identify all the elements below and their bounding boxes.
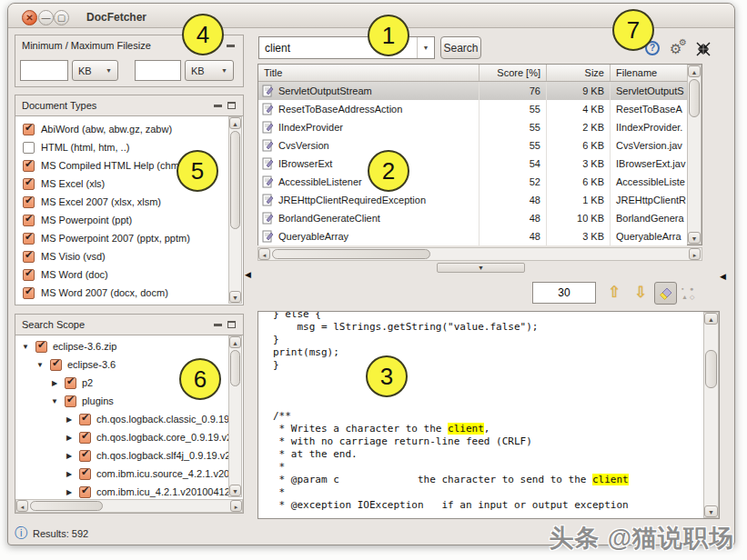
checkbox-icon[interactable] <box>65 395 76 407</box>
checkbox-icon[interactable] <box>23 160 35 172</box>
tree-expander-icon[interactable]: ▶ <box>65 434 74 442</box>
checkbox-icon[interactable] <box>65 377 76 389</box>
min-unit-dropdown[interactable]: KB ▼ <box>72 60 118 81</box>
tree-item[interactable]: ▶com.ibm.icu_4.2.1.v20100412 <box>15 483 243 499</box>
checkbox-icon[interactable] <box>79 432 91 444</box>
column-header-filename[interactable]: Filename <box>611 65 687 81</box>
combo-dropdown-button[interactable]: ▼ <box>417 37 434 58</box>
scrollbar-thumb[interactable] <box>230 350 240 386</box>
window-maximize-button[interactable]: ▢ <box>54 10 69 25</box>
next-match-arrow-icon[interactable]: ⇩ <box>630 283 651 305</box>
tree-expander-icon[interactable]: ▶ <box>65 488 74 496</box>
tree-expander-icon[interactable]: ▼ <box>50 397 59 405</box>
checkbox-icon[interactable] <box>50 359 62 371</box>
scrollbar-thumb[interactable] <box>689 79 700 117</box>
maximize-panel-icon[interactable] <box>227 102 236 109</box>
tree-item[interactable]: ▼eclipse-3.6.zip <box>15 337 243 355</box>
table-row[interactable]: ResetToBaseAddressAction 55 4 KB ResetTo… <box>258 100 687 118</box>
checkbox-icon[interactable] <box>23 178 35 190</box>
scroll-left-icon[interactable]: ◂ <box>258 248 270 260</box>
tree-expander-icon[interactable]: ▶ <box>65 470 74 478</box>
highlight-toggle-button[interactable] <box>654 282 677 305</box>
column-header-size[interactable]: Size <box>547 65 611 81</box>
scroll-up-icon[interactable]: ▲ <box>704 313 718 325</box>
preferences-gears-icon[interactable]: ⚙ ⚙ <box>670 39 688 57</box>
min-filesize-input[interactable] <box>20 60 68 81</box>
doctype-item[interactable]: MS Powerpoint 2007 (pptx, pptm) <box>15 229 243 247</box>
max-unit-dropdown[interactable]: KB ▼ <box>185 60 234 81</box>
max-filesize-input[interactable] <box>135 60 181 81</box>
scroll-down-icon[interactable]: ▼ <box>704 505 718 517</box>
scroll-up-icon[interactable]: ▲ <box>229 336 241 348</box>
checkbox-icon[interactable] <box>23 269 35 281</box>
checkbox-icon[interactable] <box>23 215 35 226</box>
window-minimize-button[interactable]: — <box>38 10 54 25</box>
window-close-button[interactable]: ✕ <box>22 10 37 25</box>
results-table-header: Title Score [%] Size Filename <box>258 65 687 82</box>
scroll-down-icon[interactable]: ▼ <box>229 291 241 303</box>
tree-item[interactable]: ▶com.ibm.icu.source_4.2.1.v20 <box>15 465 243 483</box>
scroll-down-icon[interactable]: ▼ <box>229 485 241 496</box>
table-row[interactable]: QueryableArray 48 3 KB QueryableArra <box>258 227 687 245</box>
tree-expander-icon[interactable]: ▼ <box>21 343 30 351</box>
scroll-up-icon[interactable]: ▲ <box>229 117 241 129</box>
scrollbar-thumb[interactable] <box>30 501 103 511</box>
doctype-item[interactable]: MS Visio (vsd) <box>15 247 243 265</box>
minimize-to-tray-icon[interactable] <box>696 42 711 56</box>
table-row[interactable]: AccessibleListener 52 6 KB AccessibleLis… <box>258 173 687 191</box>
tree-expander-icon[interactable]: ▶ <box>50 379 59 387</box>
scroll-right-icon[interactable]: ▸ <box>230 500 242 512</box>
preview-pane[interactable]: } else { msg = lStrings.getString("value… <box>257 311 720 519</box>
checkbox-icon[interactable] <box>79 486 91 498</box>
checkbox-icon[interactable] <box>23 233 35 245</box>
table-row[interactable]: BorlandGenerateClient 48 10 KB BorlandGe… <box>258 209 687 227</box>
checkbox-icon[interactable] <box>35 341 47 353</box>
tree-item[interactable]: ▶ch.qos.logback.classic_0.9.19 <box>15 410 243 428</box>
table-row[interactable]: JREHttpClientRequiredException 48 1 KB J… <box>258 191 687 209</box>
doctype-item[interactable]: MS Word (doc) <box>15 265 243 284</box>
scroll-left-icon[interactable]: ◂ <box>16 500 28 512</box>
html-preview-toggle-icon[interactable]: ▪●▲◇ <box>681 285 698 301</box>
scrollbar-thumb[interactable] <box>230 131 240 229</box>
collapse-icon[interactable] <box>214 105 222 107</box>
checkbox-icon[interactable] <box>23 196 35 208</box>
doctype-item[interactable]: MS Word 2007 (docx, docm) <box>15 284 243 302</box>
column-header-score[interactable]: Score [%] <box>479 65 547 81</box>
search-button[interactable]: Search <box>440 36 481 59</box>
table-row[interactable]: IBrowserExt 54 3 KB IBrowserExt.jav <box>258 155 687 173</box>
sash-collapse-right-icon[interactable]: ◀ <box>720 272 726 281</box>
tree-expander-icon[interactable]: ▼ <box>35 361 45 369</box>
checkbox-icon[interactable] <box>79 450 91 462</box>
tree-expander-icon[interactable]: ▶ <box>65 415 74 424</box>
checkbox-icon[interactable] <box>23 142 35 154</box>
tree-expander-icon[interactable]: ▶ <box>65 452 74 460</box>
preview-line: * Writes a character to the client, <box>273 423 719 435</box>
checkbox-icon[interactable] <box>23 287 35 299</box>
checkbox-icon[interactable] <box>23 251 35 263</box>
tree-item[interactable]: ▶ch.qos.logback.core_0.9.19.v2 <box>15 428 243 446</box>
scrollbar-thumb[interactable] <box>272 249 430 259</box>
doctype-item[interactable]: MS Excel 2007 (xlsx, xlsm) <box>15 193 243 211</box>
splitter-handle[interactable]: ▼ <box>437 263 525 273</box>
doctype-item[interactable]: AbiWord (abw, abw.gz, zabw) <box>15 120 243 138</box>
collapse-icon[interactable] <box>214 324 222 326</box>
table-row[interactable]: IIndexProvider 55 2 KB IIndexProvider. <box>258 118 687 136</box>
doctype-item[interactable]: MS Powerpoint (ppt) <box>15 211 243 229</box>
checkbox-icon[interactable] <box>79 414 91 425</box>
match-count-field[interactable] <box>532 282 596 304</box>
checkbox-icon[interactable] <box>79 468 91 480</box>
scroll-up-icon[interactable]: ▲ <box>688 65 701 77</box>
checkbox-icon[interactable] <box>23 124 35 135</box>
tree-item[interactable]: ▶ch.qos.logback.slf4j_0.9.19.v2 <box>15 446 243 465</box>
table-row[interactable]: ServletOutputStream 76 9 KB ServletOutpu… <box>258 82 687 100</box>
preview-v-scrollbar[interactable] <box>703 312 719 518</box>
sash-collapse-left-icon[interactable]: ◀ <box>245 270 251 279</box>
collapse-icon[interactable] <box>227 45 235 47</box>
scroll-down-icon[interactable]: ▼ <box>688 232 701 244</box>
scroll-right-icon[interactable]: ▸ <box>689 248 701 260</box>
scrollbar-thumb[interactable] <box>705 350 717 388</box>
table-row[interactable]: CvsVersion 55 6 KB CvsVersion.jav <box>258 136 687 155</box>
previous-match-arrow-icon[interactable]: ⇧ <box>603 283 625 305</box>
maximize-panel-icon[interactable] <box>227 321 236 328</box>
column-header-title[interactable]: Title <box>258 65 479 81</box>
